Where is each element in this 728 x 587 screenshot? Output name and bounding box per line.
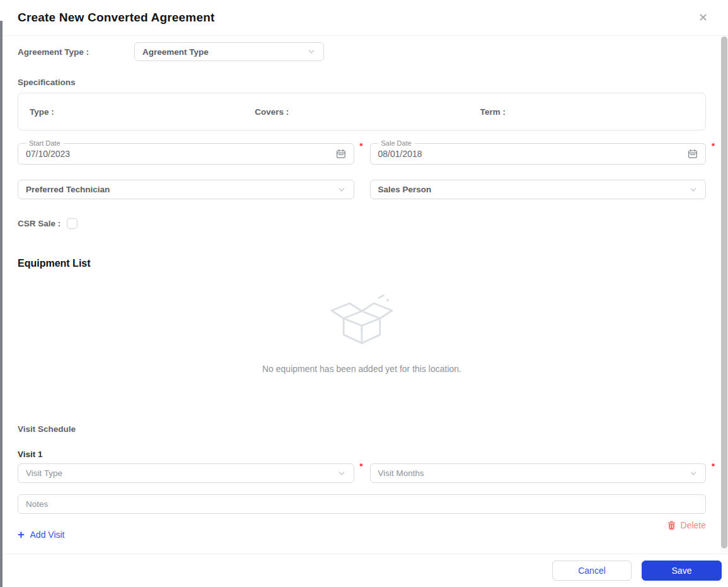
scrollbar-thumb[interactable] — [721, 37, 727, 549]
spec-type-label: Type : — [30, 107, 255, 117]
start-date-label: Start Date — [26, 139, 64, 148]
required-asterisk: * — [359, 141, 362, 151]
chevron-down-icon — [307, 47, 316, 56]
visit-type-col: Visit Type * — [18, 463, 354, 483]
equipment-list-heading: Equipment List — [18, 258, 706, 269]
start-date-input[interactable] — [26, 149, 250, 159]
visit-type-select[interactable]: Visit Type — [18, 463, 354, 483]
calendar-icon[interactable] — [336, 149, 346, 159]
modal-header: Create New Converted Agreement ✕ — [0, 0, 728, 36]
chevron-down-icon — [689, 469, 698, 478]
chevron-down-icon — [337, 185, 346, 194]
start-date-col: Start Date * — [18, 143, 354, 165]
spec-term-label: Term : — [480, 107, 705, 117]
agreement-type-select[interactable]: Agreement Type — [134, 42, 324, 61]
equipment-empty-message: No equipment has been added yet for this… — [18, 364, 706, 374]
visit-1-title: Visit 1 — [18, 450, 706, 459]
add-visit-label: Add Visit — [30, 530, 65, 540]
trash-icon — [667, 520, 676, 530]
visit-schedule-section-label: Visit Schedule — [18, 424, 706, 434]
visit-actions-row: Delete + Add Visit — [18, 514, 706, 552]
csr-sale-checkbox[interactable] — [67, 218, 78, 229]
cancel-button[interactable]: Cancel — [552, 561, 632, 581]
required-asterisk: * — [712, 141, 715, 151]
dates-row: Start Date * — [18, 143, 706, 165]
csr-sale-label: CSR Sale : — [18, 219, 61, 228]
spec-covers-label: Covers : — [255, 107, 480, 117]
start-date-field[interactable]: Start Date — [18, 143, 354, 165]
modal-body: Agreement Type : Agreement Type Specific… — [0, 36, 728, 554]
people-row: Preferred Technician Sales Person — [18, 180, 706, 199]
visit-1-row: Visit Type * Visit Months * — [18, 463, 706, 483]
agreement-type-row: Agreement Type : Agreement Type — [18, 42, 706, 61]
modal-title: Create New Converted Agreement — [18, 11, 215, 25]
specifications-section-label: Specifications — [18, 78, 706, 87]
empty-box-icon — [325, 288, 398, 349]
agreement-type-label: Agreement Type : — [18, 47, 134, 57]
visit-months-col: Visit Months * — [370, 463, 707, 483]
save-button[interactable]: Save — [642, 561, 722, 581]
vertical-scrollbar[interactable] — [720, 37, 728, 553]
close-icon[interactable]: ✕ — [696, 9, 710, 26]
modal-footer: Cancel Save — [0, 554, 728, 587]
preferred-technician-select[interactable]: Preferred Technician — [18, 180, 354, 199]
equipment-empty-state: No equipment has been added yet for this… — [18, 288, 706, 374]
preferred-technician-value: Preferred Technician — [26, 185, 110, 194]
preferred-technician-col: Preferred Technician — [18, 180, 354, 199]
required-asterisk: * — [712, 462, 715, 471]
visit-type-value: Visit Type — [26, 468, 62, 478]
plus-icon: + — [18, 529, 25, 540]
visit-months-value: Visit Months — [378, 468, 424, 478]
sale-date-field[interactable]: Sale Date — [370, 143, 707, 165]
sales-person-value: Sales Person — [378, 185, 432, 194]
visit-months-select[interactable]: Visit Months — [370, 463, 707, 483]
sales-person-col: Sales Person — [370, 180, 707, 199]
specifications-box: Type : Covers : Term : — [18, 93, 706, 131]
chevron-down-icon — [337, 469, 346, 478]
sale-date-label: Sale Date — [378, 139, 415, 148]
calendar-icon[interactable] — [688, 149, 698, 159]
agreement-type-select-value: Agreement Type — [142, 47, 209, 57]
sales-person-select[interactable]: Sales Person — [370, 180, 707, 199]
sale-date-col: Sale Date * — [370, 143, 707, 165]
add-visit-button[interactable]: + Add Visit — [18, 529, 65, 540]
csr-sale-row: CSR Sale : — [18, 218, 706, 229]
delete-visit-button[interactable]: Delete — [667, 520, 706, 530]
sale-date-input[interactable] — [378, 149, 602, 159]
visit-notes-input[interactable] — [18, 494, 706, 514]
create-converted-agreement-modal: Create New Converted Agreement ✕ Agreeme… — [0, 0, 728, 587]
delete-visit-label: Delete — [681, 520, 706, 530]
background-page-edge — [0, 21, 3, 587]
required-asterisk: * — [359, 462, 362, 471]
chevron-down-icon — [689, 185, 698, 194]
